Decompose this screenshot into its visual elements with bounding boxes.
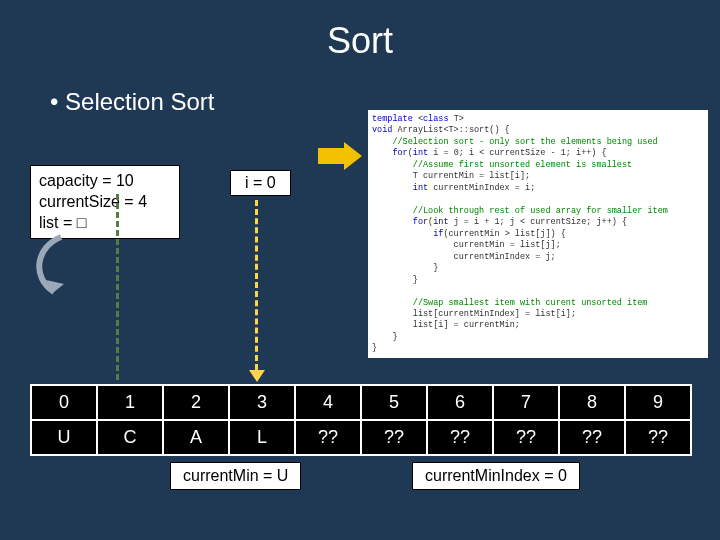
dashed-line-icon (116, 194, 119, 380)
index-cell: 7 (493, 385, 559, 420)
state-capacity: capacity = 10 (39, 171, 171, 192)
array-table: 0 1 2 3 4 5 6 7 8 9 U C A L ?? ?? ?? ?? … (30, 384, 692, 456)
index-cell: 9 (625, 385, 691, 420)
value-cell: C (97, 420, 163, 455)
i-value-box: i = 0 (230, 170, 291, 196)
index-cell: 8 (559, 385, 625, 420)
value-cell: U (31, 420, 97, 455)
table-row: 0 1 2 3 4 5 6 7 8 9 (31, 385, 691, 420)
value-cell: A (163, 420, 229, 455)
state-box: capacity = 10 currentSize = 4 list = □ (30, 165, 180, 239)
slide-title: Sort (0, 20, 720, 62)
value-cell: ?? (295, 420, 361, 455)
index-cell: 2 (163, 385, 229, 420)
value-cell: ?? (625, 420, 691, 455)
index-cell: 5 (361, 385, 427, 420)
state-currentsize: currentSize = 4 (39, 192, 171, 213)
index-cell: 6 (427, 385, 493, 420)
current-min-box: currentMin = U (170, 462, 301, 490)
state-list: list = □ (39, 213, 171, 234)
table-row: U C A L ?? ?? ?? ?? ?? ?? (31, 420, 691, 455)
index-cell: 4 (295, 385, 361, 420)
bullet-selection-sort: Selection Sort (50, 88, 215, 116)
index-cell: 1 (97, 385, 163, 420)
pointer-arrow-icon (26, 232, 96, 302)
value-cell: ?? (427, 420, 493, 455)
value-cell: L (229, 420, 295, 455)
index-cell: 0 (31, 385, 97, 420)
current-min-index-box: currentMinIndex = 0 (412, 462, 580, 490)
value-cell: ?? (361, 420, 427, 455)
code-snippet: template <class T> void ArrayList<T>::so… (368, 110, 708, 358)
value-cell: ?? (559, 420, 625, 455)
index-cell: 3 (229, 385, 295, 420)
value-cell: ?? (493, 420, 559, 455)
